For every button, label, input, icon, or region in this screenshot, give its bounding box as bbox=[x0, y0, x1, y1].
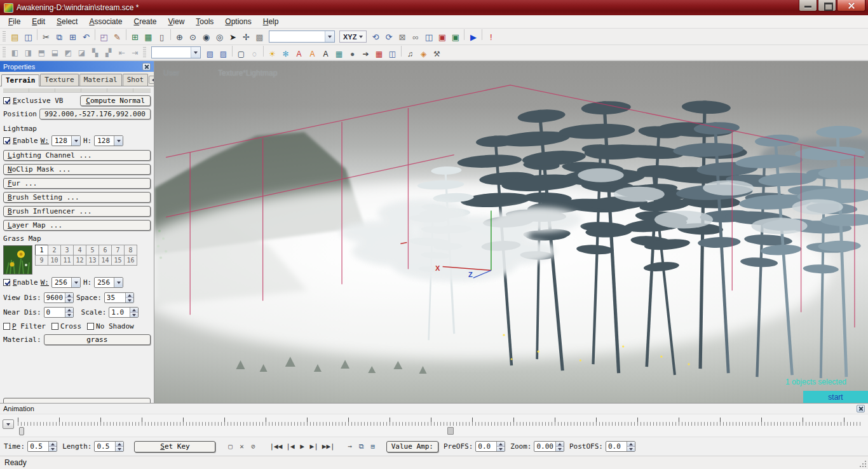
maximize-button[interactable] bbox=[818, 0, 836, 11]
grass-cell[interactable]: 11 bbox=[60, 255, 74, 266]
grass-cell-1[interactable]: 1 bbox=[35, 245, 48, 255]
open-icon[interactable]: ▤ bbox=[8, 31, 22, 44]
save-icon[interactable]: ◫ bbox=[22, 31, 35, 44]
grass-cell[interactable]: 16 bbox=[124, 255, 137, 266]
close-button[interactable] bbox=[837, 0, 865, 11]
zoom-in-icon[interactable]: ⊕ bbox=[173, 31, 186, 44]
grass-enable-checkbox[interactable] bbox=[3, 279, 10, 286]
lightmap-width-dropdown[interactable]: 128 bbox=[51, 135, 81, 146]
exclusive-vb-checkbox[interactable] bbox=[3, 97, 10, 104]
grass-cell[interactable]: 3 bbox=[60, 245, 74, 255]
pointer-icon[interactable]: ➤ bbox=[226, 31, 240, 44]
menu-select[interactable]: Select bbox=[51, 15, 83, 28]
dock-right-icon[interactable]: ◨ bbox=[22, 47, 35, 58]
tab-terrain[interactable]: Terrain bbox=[1, 74, 39, 86]
near-dis-value[interactable]: 0 bbox=[44, 308, 65, 317]
run-icon[interactable]: ▶ bbox=[466, 31, 480, 44]
export-icon[interactable]: ◫ bbox=[386, 48, 399, 60]
prev-frame-button[interactable]: |◀ bbox=[284, 441, 296, 452]
spinner-arrows[interactable] bbox=[125, 293, 133, 302]
close-icon[interactable] bbox=[857, 405, 865, 412]
zoom-lens-icon[interactable]: ⊙ bbox=[186, 31, 200, 44]
sound-icon[interactable]: ♫ bbox=[403, 48, 417, 60]
tab-shot[interactable]: Shot bbox=[123, 74, 149, 86]
position-value[interactable]: 992.000,-527.176,992.000 bbox=[39, 109, 151, 119]
playhead[interactable] bbox=[447, 427, 454, 435]
chevron-down-icon[interactable] bbox=[114, 136, 123, 146]
spinner-arrows[interactable] bbox=[115, 442, 123, 451]
undo-icon[interactable]: ↶ bbox=[79, 31, 93, 44]
cross-checkbox[interactable] bbox=[51, 323, 58, 330]
font-black-icon[interactable]: A bbox=[319, 48, 332, 60]
alert-icon[interactable]: ! bbox=[484, 31, 498, 44]
wrench-icon[interactable]: ⚒ bbox=[430, 48, 444, 60]
grass-cell[interactable]: 12 bbox=[73, 255, 86, 266]
postofs-spinner[interactable]: 0.0 bbox=[606, 441, 635, 452]
minimize-button[interactable] bbox=[799, 0, 817, 11]
near-dis-spinner[interactable]: 0 bbox=[44, 307, 74, 318]
zoom-region-icon[interactable]: ◎ bbox=[213, 31, 226, 44]
axis-mode-dropdown[interactable]: XYZ bbox=[339, 31, 367, 43]
diamond-icon[interactable]: ◈ bbox=[417, 48, 430, 60]
toolbar-gripper[interactable] bbox=[3, 31, 6, 42]
chevron-down-icon[interactable] bbox=[191, 47, 200, 58]
set-key-button[interactable]: Set Key bbox=[134, 441, 215, 452]
render-mode-label[interactable]: Texture*Lightmap bbox=[218, 69, 277, 78]
vehicle-icon[interactable]: ● bbox=[346, 48, 359, 60]
lock-icon[interactable]: ⊠ bbox=[395, 31, 409, 44]
grid-red-icon[interactable]: ▦ bbox=[372, 48, 386, 60]
split-h-icon[interactable]: ◩ bbox=[62, 47, 75, 58]
menu-view[interactable]: View bbox=[163, 15, 191, 28]
shift-left-icon[interactable]: ⇤ bbox=[115, 47, 128, 58]
filter-combo[interactable] bbox=[151, 46, 201, 58]
spinner-arrows[interactable] bbox=[48, 442, 57, 451]
font-orange-icon[interactable]: A bbox=[306, 48, 319, 60]
view-dis-spinner[interactable]: 9600 bbox=[44, 292, 74, 303]
rotate-left-icon[interactable]: ⟲ bbox=[369, 31, 382, 44]
timeline-handle[interactable] bbox=[19, 427, 24, 435]
paste-keys-icon[interactable]: ⊞ bbox=[367, 441, 379, 452]
view-dis-value[interactable]: 9600 bbox=[44, 293, 65, 302]
spinner-arrows[interactable] bbox=[65, 293, 73, 302]
select-rect-icon[interactable]: ▢ bbox=[234, 48, 248, 60]
move-icon[interactable]: ✢ bbox=[240, 31, 253, 44]
cut-icon[interactable]: ✂ bbox=[39, 31, 53, 44]
chevron-down-icon[interactable] bbox=[325, 31, 334, 42]
postofs-value[interactable]: 0.0 bbox=[606, 442, 627, 451]
toolbar-gripper[interactable] bbox=[143, 47, 146, 58]
go-end-button[interactable]: ▶▶| bbox=[320, 441, 337, 452]
animation-timeline[interactable] bbox=[0, 414, 868, 437]
spinner-arrows[interactable] bbox=[627, 442, 635, 451]
preofs-spinner[interactable]: 0.0 bbox=[475, 441, 505, 452]
view-label[interactable]: User bbox=[163, 69, 179, 78]
page-icon[interactable]: ▯ bbox=[155, 31, 168, 44]
no-shadow-checkbox[interactable] bbox=[87, 323, 94, 330]
font-red-icon[interactable]: A bbox=[292, 48, 306, 60]
resize-grip[interactable] bbox=[858, 459, 867, 468]
grass-cell[interactable]: 2 bbox=[48, 245, 61, 255]
grass-cell[interactable]: 10 bbox=[48, 255, 61, 266]
menu-associate[interactable]: Associate bbox=[83, 15, 128, 28]
image-icon[interactable]: ▦ bbox=[332, 48, 346, 60]
add-grid-icon[interactable]: ⊞ bbox=[128, 31, 142, 44]
spinner-arrows[interactable] bbox=[130, 308, 138, 317]
track-select-dropdown[interactable] bbox=[3, 419, 14, 429]
pan-hand-icon[interactable]: ◉ bbox=[200, 31, 213, 44]
timeline-ruler[interactable] bbox=[18, 417, 860, 426]
select-circle-icon[interactable]: ◌ bbox=[248, 48, 261, 60]
delete-key-icon[interactable]: ✕ bbox=[236, 441, 247, 452]
link-icon[interactable]: ∞ bbox=[409, 31, 422, 44]
fur-button[interactable]: Fur ... bbox=[3, 178, 151, 189]
brush-setting-button[interactable]: Brush Setting ... bbox=[3, 192, 151, 203]
sun-icon[interactable]: ☀ bbox=[266, 48, 279, 60]
grass-cell[interactable]: 9 bbox=[35, 255, 48, 266]
tab-scroll-left-icon[interactable] bbox=[149, 76, 154, 84]
menu-create[interactable]: Create bbox=[128, 15, 162, 28]
space-value[interactable]: 35 bbox=[105, 293, 125, 302]
object-combo[interactable] bbox=[269, 31, 335, 43]
properties-header[interactable]: Properties bbox=[0, 61, 154, 72]
shift-right-icon[interactable]: ⇥ bbox=[128, 47, 142, 58]
split-v-icon[interactable]: ◪ bbox=[75, 47, 88, 58]
new-key-icon[interactable]: ▢ bbox=[224, 441, 236, 452]
grass-cell[interactable]: 4 bbox=[73, 245, 86, 255]
